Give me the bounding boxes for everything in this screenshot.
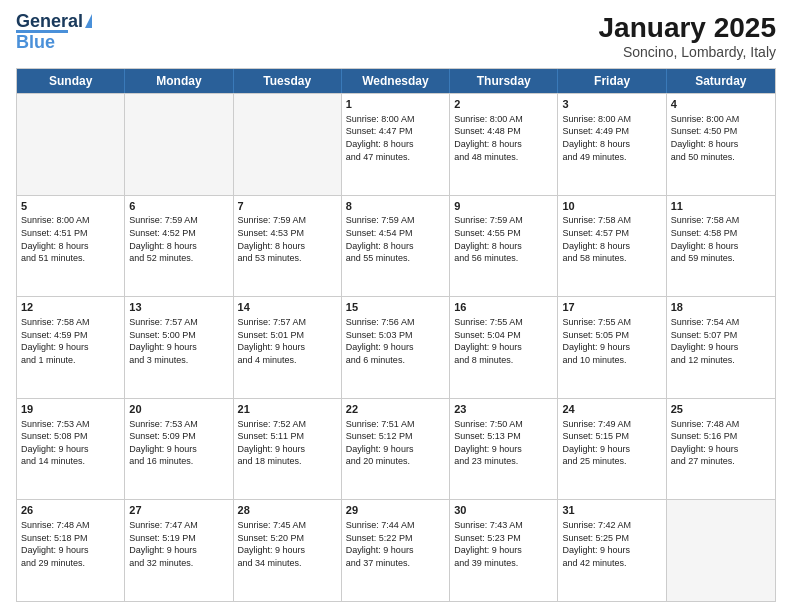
calendar-row-2: 5Sunrise: 8:00 AM Sunset: 4:51 PM Daylig…: [17, 195, 775, 297]
logo: General Blue: [16, 12, 92, 53]
day-info: Sunrise: 8:00 AM Sunset: 4:49 PM Dayligh…: [562, 113, 661, 163]
calendar-cell: 19Sunrise: 7:53 AM Sunset: 5:08 PM Dayli…: [17, 399, 125, 500]
calendar-cell: 29Sunrise: 7:44 AM Sunset: 5:22 PM Dayli…: [342, 500, 450, 601]
calendar-row-1: 1Sunrise: 8:00 AM Sunset: 4:47 PM Daylig…: [17, 93, 775, 195]
day-info: Sunrise: 7:53 AM Sunset: 5:09 PM Dayligh…: [129, 418, 228, 468]
day-number: 29: [346, 503, 445, 518]
day-number: 19: [21, 402, 120, 417]
day-info: Sunrise: 7:56 AM Sunset: 5:03 PM Dayligh…: [346, 316, 445, 366]
header-day-sunday: Sunday: [17, 69, 125, 93]
calendar-cell: 7Sunrise: 7:59 AM Sunset: 4:53 PM Daylig…: [234, 196, 342, 297]
calendar-cell: 20Sunrise: 7:53 AM Sunset: 5:09 PM Dayli…: [125, 399, 233, 500]
day-number: 6: [129, 199, 228, 214]
calendar-cell: 3Sunrise: 8:00 AM Sunset: 4:49 PM Daylig…: [558, 94, 666, 195]
header-day-friday: Friday: [558, 69, 666, 93]
main-title: January 2025: [599, 12, 776, 44]
calendar-cell: 17Sunrise: 7:55 AM Sunset: 5:05 PM Dayli…: [558, 297, 666, 398]
calendar-cell: 10Sunrise: 7:58 AM Sunset: 4:57 PM Dayli…: [558, 196, 666, 297]
day-info: Sunrise: 7:45 AM Sunset: 5:20 PM Dayligh…: [238, 519, 337, 569]
day-number: 24: [562, 402, 661, 417]
calendar-cell: 14Sunrise: 7:57 AM Sunset: 5:01 PM Dayli…: [234, 297, 342, 398]
calendar-cell: [17, 94, 125, 195]
day-number: 3: [562, 97, 661, 112]
day-number: 17: [562, 300, 661, 315]
day-info: Sunrise: 8:00 AM Sunset: 4:47 PM Dayligh…: [346, 113, 445, 163]
day-number: 23: [454, 402, 553, 417]
day-number: 25: [671, 402, 771, 417]
day-number: 15: [346, 300, 445, 315]
day-number: 2: [454, 97, 553, 112]
header-day-thursday: Thursday: [450, 69, 558, 93]
day-number: 10: [562, 199, 661, 214]
logo-text-blue: Blue: [16, 33, 55, 53]
calendar-cell: 24Sunrise: 7:49 AM Sunset: 5:15 PM Dayli…: [558, 399, 666, 500]
calendar-cell: 12Sunrise: 7:58 AM Sunset: 4:59 PM Dayli…: [17, 297, 125, 398]
day-number: 1: [346, 97, 445, 112]
day-info: Sunrise: 7:59 AM Sunset: 4:53 PM Dayligh…: [238, 214, 337, 264]
day-number: 12: [21, 300, 120, 315]
calendar-cell: 28Sunrise: 7:45 AM Sunset: 5:20 PM Dayli…: [234, 500, 342, 601]
day-info: Sunrise: 7:48 AM Sunset: 5:18 PM Dayligh…: [21, 519, 120, 569]
header-day-monday: Monday: [125, 69, 233, 93]
calendar-cell: 5Sunrise: 8:00 AM Sunset: 4:51 PM Daylig…: [17, 196, 125, 297]
day-info: Sunrise: 7:49 AM Sunset: 5:15 PM Dayligh…: [562, 418, 661, 468]
day-number: 21: [238, 402, 337, 417]
calendar-cell: 22Sunrise: 7:51 AM Sunset: 5:12 PM Dayli…: [342, 399, 450, 500]
day-number: 27: [129, 503, 228, 518]
day-number: 4: [671, 97, 771, 112]
header-day-wednesday: Wednesday: [342, 69, 450, 93]
calendar-cell: 6Sunrise: 7:59 AM Sunset: 4:52 PM Daylig…: [125, 196, 233, 297]
calendar-cell: [234, 94, 342, 195]
calendar-cell: 26Sunrise: 7:48 AM Sunset: 5:18 PM Dayli…: [17, 500, 125, 601]
day-number: 26: [21, 503, 120, 518]
calendar-row-5: 26Sunrise: 7:48 AM Sunset: 5:18 PM Dayli…: [17, 499, 775, 601]
day-number: 5: [21, 199, 120, 214]
day-info: Sunrise: 7:58 AM Sunset: 4:59 PM Dayligh…: [21, 316, 120, 366]
day-number: 18: [671, 300, 771, 315]
calendar-cell: 21Sunrise: 7:52 AM Sunset: 5:11 PM Dayli…: [234, 399, 342, 500]
calendar-cell: 1Sunrise: 8:00 AM Sunset: 4:47 PM Daylig…: [342, 94, 450, 195]
day-info: Sunrise: 7:59 AM Sunset: 4:52 PM Dayligh…: [129, 214, 228, 264]
day-number: 31: [562, 503, 661, 518]
calendar-cell: 31Sunrise: 7:42 AM Sunset: 5:25 PM Dayli…: [558, 500, 666, 601]
day-info: Sunrise: 7:54 AM Sunset: 5:07 PM Dayligh…: [671, 316, 771, 366]
calendar-cell: 25Sunrise: 7:48 AM Sunset: 5:16 PM Dayli…: [667, 399, 775, 500]
day-number: 13: [129, 300, 228, 315]
calendar-cell: [667, 500, 775, 601]
day-number: 8: [346, 199, 445, 214]
day-number: 30: [454, 503, 553, 518]
subtitle: Soncino, Lombardy, Italy: [599, 44, 776, 60]
day-info: Sunrise: 7:44 AM Sunset: 5:22 PM Dayligh…: [346, 519, 445, 569]
day-info: Sunrise: 7:51 AM Sunset: 5:12 PM Dayligh…: [346, 418, 445, 468]
day-info: Sunrise: 7:55 AM Sunset: 5:04 PM Dayligh…: [454, 316, 553, 366]
day-number: 28: [238, 503, 337, 518]
day-info: Sunrise: 7:52 AM Sunset: 5:11 PM Dayligh…: [238, 418, 337, 468]
calendar-cell: 18Sunrise: 7:54 AM Sunset: 5:07 PM Dayli…: [667, 297, 775, 398]
day-number: 9: [454, 199, 553, 214]
day-info: Sunrise: 7:59 AM Sunset: 4:55 PM Dayligh…: [454, 214, 553, 264]
title-block: January 2025 Soncino, Lombardy, Italy: [599, 12, 776, 60]
day-info: Sunrise: 7:57 AM Sunset: 5:00 PM Dayligh…: [129, 316, 228, 366]
calendar-cell: 23Sunrise: 7:50 AM Sunset: 5:13 PM Dayli…: [450, 399, 558, 500]
day-info: Sunrise: 7:42 AM Sunset: 5:25 PM Dayligh…: [562, 519, 661, 569]
calendar-cell: 27Sunrise: 7:47 AM Sunset: 5:19 PM Dayli…: [125, 500, 233, 601]
calendar-cell: 8Sunrise: 7:59 AM Sunset: 4:54 PM Daylig…: [342, 196, 450, 297]
calendar-header: SundayMondayTuesdayWednesdayThursdayFrid…: [17, 69, 775, 93]
day-info: Sunrise: 8:00 AM Sunset: 4:48 PM Dayligh…: [454, 113, 553, 163]
day-number: 16: [454, 300, 553, 315]
calendar-cell: 16Sunrise: 7:55 AM Sunset: 5:04 PM Dayli…: [450, 297, 558, 398]
day-info: Sunrise: 8:00 AM Sunset: 4:50 PM Dayligh…: [671, 113, 771, 163]
calendar-cell: 4Sunrise: 8:00 AM Sunset: 4:50 PM Daylig…: [667, 94, 775, 195]
page: General Blue January 2025 Soncino, Lomba…: [0, 0, 792, 612]
calendar-row-4: 19Sunrise: 7:53 AM Sunset: 5:08 PM Dayli…: [17, 398, 775, 500]
day-info: Sunrise: 7:58 AM Sunset: 4:58 PM Dayligh…: [671, 214, 771, 264]
calendar-cell: 11Sunrise: 7:58 AM Sunset: 4:58 PM Dayli…: [667, 196, 775, 297]
day-number: 11: [671, 199, 771, 214]
calendar: SundayMondayTuesdayWednesdayThursdayFrid…: [16, 68, 776, 602]
day-info: Sunrise: 7:48 AM Sunset: 5:16 PM Dayligh…: [671, 418, 771, 468]
calendar-cell: 9Sunrise: 7:59 AM Sunset: 4:55 PM Daylig…: [450, 196, 558, 297]
calendar-cell: [125, 94, 233, 195]
calendar-cell: 2Sunrise: 8:00 AM Sunset: 4:48 PM Daylig…: [450, 94, 558, 195]
header-day-tuesday: Tuesday: [234, 69, 342, 93]
day-info: Sunrise: 7:43 AM Sunset: 5:23 PM Dayligh…: [454, 519, 553, 569]
